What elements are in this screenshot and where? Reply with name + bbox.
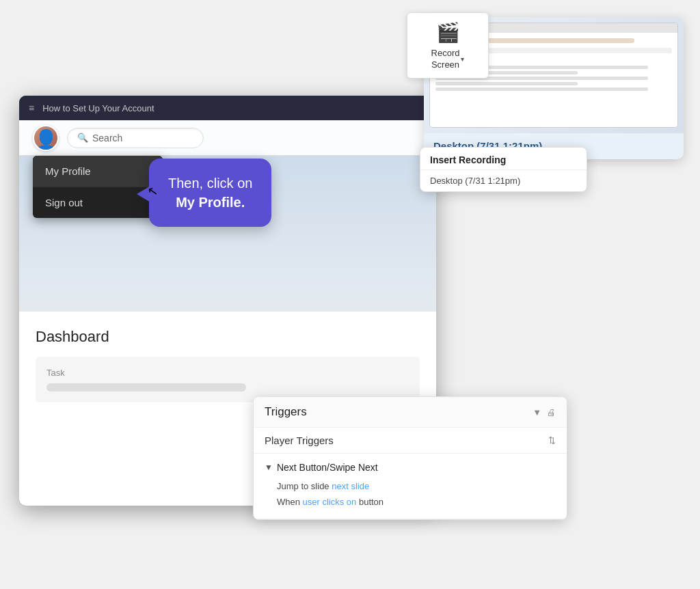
record-screen-label: Record Screen ▾ xyxy=(431,48,465,71)
triggers-icon-group: ▼ 🖨 xyxy=(533,407,556,417)
dashboard-title: Dashboard xyxy=(36,328,420,346)
task-label: Task xyxy=(46,368,409,378)
browser-titlebar: ≡ How to Set Up Your Account xyxy=(19,96,436,120)
browser-title: How to Set Up Your Account xyxy=(42,103,154,113)
trigger-action-1: Jump to slide next slide xyxy=(265,478,556,494)
trigger-collapse-icon[interactable]: ▼ xyxy=(265,463,273,472)
trigger-item: ▼ Next Button/Swipe Next Jump to slide n… xyxy=(254,454,567,519)
browser-menu-icon: ≡ xyxy=(29,102,34,113)
search-placeholder: Search xyxy=(92,133,122,143)
search-bar[interactable]: 🔍 Search xyxy=(67,128,204,148)
trigger-action-2: When user clicks on button xyxy=(265,494,556,510)
insert-recording-item[interactable]: Desktop (7/31 1:21pm) xyxy=(420,170,587,191)
triggers-header: Triggers ▼ 🖨 xyxy=(254,397,567,428)
avatar[interactable]: 👤 xyxy=(33,125,59,151)
triggers-title: Triggers xyxy=(265,405,307,419)
search-icon: 🔍 xyxy=(77,133,88,143)
triggers-filter-icon[interactable]: ▼ xyxy=(533,407,541,417)
my-profile-item[interactable]: My Profile xyxy=(33,156,163,187)
callout-bubble: Then, click on My Profile. xyxy=(149,159,271,227)
player-triggers-expand-icon[interactable]: ⇅ xyxy=(548,435,556,446)
player-triggers-label: Player Triggers xyxy=(265,435,334,446)
task-section: Task xyxy=(36,357,420,402)
record-screen-button[interactable]: 🎬 Record Screen ▾ xyxy=(407,12,489,79)
player-triggers-row: Player Triggers ⇅ xyxy=(254,428,567,454)
triggers-panel: Triggers ▼ 🖨 Player Triggers ⇅ ▼ Next Bu… xyxy=(253,396,567,520)
triggers-print-icon[interactable]: 🖨 xyxy=(547,407,556,417)
avatar-image: 👤 xyxy=(34,131,58,150)
task-progress-bar xyxy=(46,383,246,392)
app-header: 👤 🔍 Search xyxy=(19,120,436,156)
trigger-item-title: Next Button/Swipe Next xyxy=(277,462,378,473)
insert-recording-dropdown[interactable]: Insert Recording Desktop (7/31 1:21pm) xyxy=(420,147,587,192)
trigger-item-header: ▼ Next Button/Swipe Next xyxy=(265,462,556,473)
insert-recording-header: Insert Recording xyxy=(420,148,587,170)
record-screen-icon: 🎬 xyxy=(436,21,460,44)
callout-text: Then, click on My Profile. xyxy=(168,174,252,212)
